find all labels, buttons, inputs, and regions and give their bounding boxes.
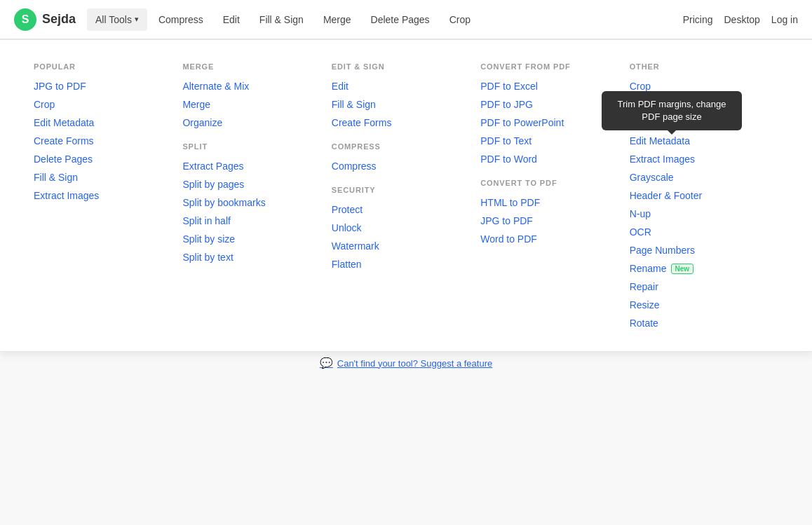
nav-edit[interactable]: Edit [215, 8, 248, 31]
other-extract-images[interactable]: Extract Images [630, 154, 778, 165]
pricing-link[interactable]: Pricing [683, 14, 713, 25]
convert-to-title: CONVERT TO PDF [480, 179, 629, 187]
pdf-to-powerpoint[interactable]: PDF to PowerPoint [480, 117, 629, 128]
menu-col-edit-sign: EDIT & SIGN Edit Fill & Sign Create Form… [332, 62, 480, 329]
other-resize[interactable]: Resize [630, 299, 778, 311]
security-flatten[interactable]: Flatten [332, 259, 480, 270]
pdf-to-word[interactable]: PDF to Word [480, 154, 629, 165]
pdf-to-text[interactable]: PDF to Text [480, 135, 629, 146]
split-by-size[interactable]: Split by size [182, 233, 331, 245]
menu-col-convert-from: CONVERT FROM PDF PDF to Excel PDF to JPG… [480, 62, 629, 329]
convert-from-items: PDF to Excel PDF to JPG PDF to PowerPoin… [480, 81, 629, 165]
menu-col-other: OTHER Crop Delete Pages Deskew New Edit … [630, 62, 778, 329]
compress-link[interactable]: Compress [332, 161, 480, 172]
rename-new-badge: New [671, 264, 694, 274]
edit-sign-edit[interactable]: Edit [332, 81, 480, 92]
convert-from-title: CONVERT FROM PDF [480, 62, 629, 71]
edit-sign-create-forms[interactable]: Create Forms [332, 117, 480, 128]
desktop-link[interactable]: Desktop [724, 14, 759, 25]
merge-alternate-mix[interactable]: Alternate & Mix [182, 81, 331, 92]
menu-col-merge: MERGE Alternate & Mix Merge Organize SPL… [182, 62, 331, 329]
merge-items: Alternate & Mix Merge Organize [182, 81, 331, 128]
rename-label: Rename [630, 263, 667, 274]
split-extract-pages[interactable]: Extract Pages [182, 161, 331, 172]
popular-create-forms[interactable]: Create Forms [34, 135, 182, 146]
dropdown-menu: POPULAR JPG to PDF Crop Edit Metadata Cr… [0, 39, 812, 352]
other-header-footer[interactable]: Header & Footer [630, 190, 778, 201]
edit-sign-fill-sign[interactable]: Fill & Sign [332, 99, 480, 110]
deskew-new-badge: New [668, 118, 691, 128]
other-rotate[interactable]: Rotate [630, 318, 778, 329]
logo-link[interactable]: S Sejda [14, 8, 76, 31]
other-n-up[interactable]: N-up [630, 208, 778, 219]
nav-all-tools[interactable]: All Tools ▾ [87, 8, 147, 31]
other-deskew[interactable]: Deskew New [630, 117, 778, 128]
chevron-down-icon: ▾ [135, 15, 139, 24]
other-rename[interactable]: Rename New [630, 263, 778, 274]
menu-col-popular: POPULAR JPG to PDF Crop Edit Metadata Cr… [34, 62, 182, 329]
popular-delete-pages[interactable]: Delete Pages [34, 154, 182, 165]
logo-name: Sejda [42, 12, 76, 27]
security-title: SECURITY [332, 186, 480, 194]
nav-delete-pages[interactable]: Delete Pages [363, 8, 438, 31]
merge-merge[interactable]: Merge [182, 99, 331, 110]
nav-fill-sign[interactable]: Fill & Sign [251, 8, 312, 31]
popular-fill-sign[interactable]: Fill & Sign [34, 172, 182, 183]
popular-edit-metadata[interactable]: Edit Metadata [34, 117, 182, 128]
split-by-pages[interactable]: Split by pages [182, 179, 331, 190]
edit-sign-items: Edit Fill & Sign Create Forms [332, 81, 480, 128]
popular-items: JPG to PDF Crop Edit Metadata Create For… [34, 81, 182, 201]
security-watermark[interactable]: Watermark [332, 240, 480, 252]
chat-icon: 💬 [320, 357, 333, 369]
security-unlock[interactable]: Unlock [332, 222, 480, 233]
security-items: Protect Unlock Watermark Flatten [332, 204, 480, 270]
split-by-bookmarks[interactable]: Split by bookmarks [182, 197, 331, 208]
security-protect[interactable]: Protect [332, 204, 480, 215]
split-by-text[interactable]: Split by text [182, 252, 331, 263]
other-crop[interactable]: Crop [630, 81, 778, 92]
logo-icon: S [14, 8, 36, 31]
merge-title: MERGE [182, 62, 331, 71]
convert-to-items: HTML to PDF JPG to PDF Word to PDF [480, 197, 629, 245]
nav-right: Pricing Desktop Log in [683, 14, 798, 25]
other-ocr[interactable]: OCR [630, 226, 778, 238]
html-to-pdf[interactable]: HTML to PDF [480, 197, 629, 208]
suggest-feature-link[interactable]: 💬 Can't find your tool? Suggest a featur… [320, 357, 492, 369]
login-link[interactable]: Log in [771, 14, 798, 25]
popular-extract-images[interactable]: Extract Images [34, 190, 182, 201]
other-grayscale[interactable]: Grayscale [630, 172, 778, 183]
other-edit-metadata[interactable]: Edit Metadata [630, 135, 778, 146]
popular-title: POPULAR [34, 62, 182, 71]
split-title: SPLIT [182, 142, 331, 151]
other-delete-pages[interactable]: Delete Pages [630, 99, 778, 110]
split-in-half[interactable]: Split in half [182, 215, 331, 226]
word-to-pdf[interactable]: Word to PDF [480, 233, 629, 245]
other-items: Crop Delete Pages Deskew New Edit Metada… [630, 81, 778, 329]
nav-crop[interactable]: Crop [441, 8, 479, 31]
compress-items: Compress [332, 161, 480, 172]
popular-jpg-to-pdf[interactable]: JPG to PDF [34, 81, 182, 92]
deskew-label: Deskew [630, 117, 665, 128]
split-items: Extract Pages Split by pages Split by bo… [182, 161, 331, 263]
other-repair[interactable]: Repair [630, 281, 778, 292]
nav-merge[interactable]: Merge [315, 8, 360, 31]
popular-crop[interactable]: Crop [34, 99, 182, 110]
edit-sign-title: EDIT & SIGN [332, 62, 480, 71]
other-title: OTHER [630, 62, 778, 71]
nav-links: All Tools ▾ Compress Edit Fill & Sign Me… [87, 8, 683, 31]
navbar: S Sejda All Tools ▾ Compress Edit Fill &… [0, 0, 812, 39]
jpg-to-pdf[interactable]: JPG to PDF [480, 215, 629, 226]
pdf-to-jpg[interactable]: PDF to JPG [480, 99, 629, 110]
nav-compress[interactable]: Compress [150, 8, 212, 31]
pdf-to-excel[interactable]: PDF to Excel [480, 81, 629, 92]
other-page-numbers[interactable]: Page Numbers [630, 245, 778, 256]
compress-title: COMPRESS [332, 142, 480, 151]
merge-organize[interactable]: Organize [182, 117, 331, 128]
